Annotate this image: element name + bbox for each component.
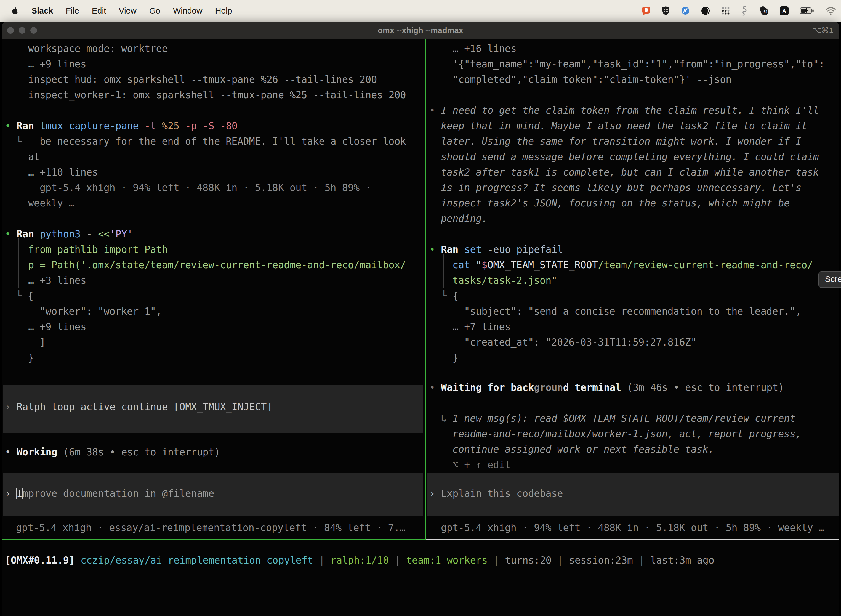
minimize-button[interactable] [19,27,25,34]
screen-tooltip: Scre [818,271,841,288]
window-titlebar[interactable]: omx --xhigh --madmax ⌥⌘1 [2,22,839,40]
menu-item-go[interactable]: Go [149,6,160,15]
timer-badge-icon[interactable]: ..61 [758,6,769,16]
menu-item-help[interactable]: Help [215,6,232,15]
blue-badge-icon[interactable] [681,6,690,15]
letter-a-label: A [782,8,786,14]
zoom-button[interactable] [30,27,37,34]
close-button[interactable] [7,27,14,34]
chat-app-icon[interactable] [641,6,651,16]
pane-border-bottom-right [426,539,839,540]
window-shortcut-label: ⌥⌘1 [812,22,833,39]
letter-a-icon[interactable]: A [780,6,788,15]
window-title: omx --xhigh --madmax [2,22,839,39]
shield-icon[interactable] [662,6,670,15]
pane-border-bottom-left [2,539,425,540]
tooltip-label: Scre [825,274,841,283]
terminal-window: omx --xhigh --madmax ⌥⌘1 [omx-cczip0:bas… [2,22,839,616]
macos-menu-bar: Slack File Edit View Go Window Help [0,0,841,22]
dots-grid-icon[interactable] [721,6,730,15]
menu-item-file[interactable]: File [66,6,79,15]
input-band-left[interactable] [3,473,423,516]
pane-divider[interactable] [425,39,426,540]
menu-item-slack[interactable]: Slack [31,6,53,15]
battery-charging-icon[interactable] [800,7,815,15]
menu-items: Slack File Edit View Go Window Help [0,6,232,15]
ralph-loop-band [3,385,423,433]
menu-item-window[interactable]: Window [173,6,202,15]
status-icons: ..61 A [641,6,841,16]
moon-disc-icon[interactable] [701,6,710,15]
squiggle-icon[interactable] [741,6,747,16]
input-band-right[interactable] [427,473,839,516]
apple-logo-icon [12,7,19,15]
menu-item-view[interactable]: View [119,6,136,15]
badge-count-label: ..61 [762,10,768,14]
menu-item-edit[interactable]: Edit [92,6,106,15]
apple-menu-icon[interactable] [12,7,19,15]
screen: { "menubar": { "items": ["Slack", "File"… [0,0,841,616]
wifi-icon[interactable] [826,7,836,15]
